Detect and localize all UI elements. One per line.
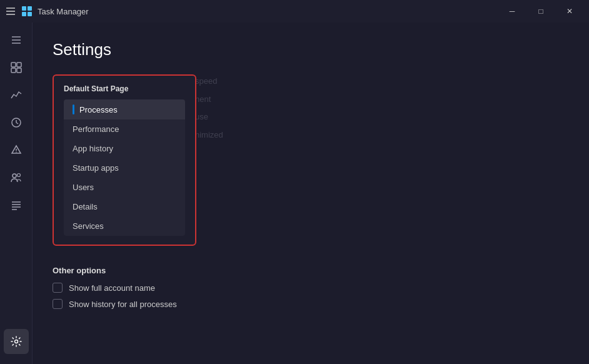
dropdown-item-label: Performance <box>73 124 119 134</box>
maximize-button[interactable]: □ <box>526 1 555 21</box>
svg-rect-3 <box>22 6 26 11</box>
default-start-page-section: Default Start Page Processes Performance… <box>53 74 196 246</box>
dropdown-item-users[interactable]: Users <box>64 178 185 197</box>
show-history-checkbox[interactable] <box>53 299 63 309</box>
dropdown-item-label: Details <box>73 202 98 211</box>
dropdown-item-label: Processes <box>79 105 118 114</box>
sidebar-item-users[interactable] <box>4 165 29 190</box>
show-full-account-label: Show full account name <box>69 283 155 293</box>
titlebar-title: Task Manager <box>38 7 89 16</box>
app-icon <box>21 6 33 17</box>
sidebar-item-menu[interactable] <box>4 28 29 53</box>
svg-rect-10 <box>11 63 16 67</box>
dropdown-item-services[interactable]: Services <box>64 216 185 236</box>
dropdown-item-performance[interactable]: Performance <box>64 119 185 139</box>
show-history-label: Show history for all processes <box>69 300 177 309</box>
sidebar <box>0 23 33 364</box>
svg-rect-13 <box>17 68 21 73</box>
dropdown-item-details[interactable]: Details <box>64 197 185 216</box>
svg-point-19 <box>16 151 17 153</box>
minimize-button[interactable]: ─ <box>498 1 526 21</box>
dropdown-list: Processes Performance App history Startu… <box>64 99 185 236</box>
titlebar-controls: ─ □ ✕ <box>498 1 584 21</box>
dropdown-item-label: App history <box>73 144 113 153</box>
dropdown-item-label: Services <box>73 221 104 231</box>
background-options: speed nent use nimized <box>195 73 223 144</box>
show-full-account-checkbox[interactable] <box>53 283 63 293</box>
svg-rect-12 <box>11 68 16 73</box>
other-options-section: Other options Show full account name Sho… <box>53 266 569 309</box>
titlebar: Task Manager ─ □ ✕ <box>0 0 589 23</box>
dropdown-item-startup-apps[interactable]: Startup apps <box>64 158 185 178</box>
close-button[interactable]: ✕ <box>555 1 584 21</box>
dropdown-item-label: Users <box>73 183 94 192</box>
sidebar-item-startup[interactable] <box>4 138 29 163</box>
sidebar-item-processes[interactable] <box>4 55 29 80</box>
selection-indicator <box>73 104 74 114</box>
svg-rect-4 <box>28 6 32 11</box>
dropdown-item-app-history[interactable]: App history <box>64 139 185 158</box>
sidebar-item-details[interactable] <box>4 193 29 218</box>
svg-rect-11 <box>17 63 21 67</box>
checkbox-row-show-history: Show history for all processes <box>53 299 569 309</box>
svg-rect-5 <box>22 12 26 16</box>
hamburger-icon[interactable] <box>5 6 16 17</box>
dropdown-item-processes[interactable]: Processes <box>64 99 185 119</box>
sidebar-item-app-history[interactable] <box>4 110 29 135</box>
svg-point-26 <box>14 340 18 343</box>
checkbox-row-show-full-account: Show full account name <box>53 283 569 293</box>
other-options-label: Other options <box>53 266 569 275</box>
svg-point-20 <box>13 174 16 178</box>
section-label: Default Start Page <box>64 84 185 93</box>
main-content: Settings speed nent use nimized Default … <box>33 23 589 364</box>
page-title: Settings <box>53 40 569 59</box>
svg-point-21 <box>17 174 20 177</box>
titlebar-left: Task Manager <box>5 6 89 17</box>
app-layout: Settings speed nent use nimized Default … <box>0 23 589 364</box>
svg-rect-6 <box>28 12 32 16</box>
sidebar-item-settings[interactable] <box>4 329 29 354</box>
sidebar-item-performance[interactable] <box>4 83 29 108</box>
dropdown-item-label: Startup apps <box>73 163 119 173</box>
svg-line-16 <box>16 123 18 124</box>
